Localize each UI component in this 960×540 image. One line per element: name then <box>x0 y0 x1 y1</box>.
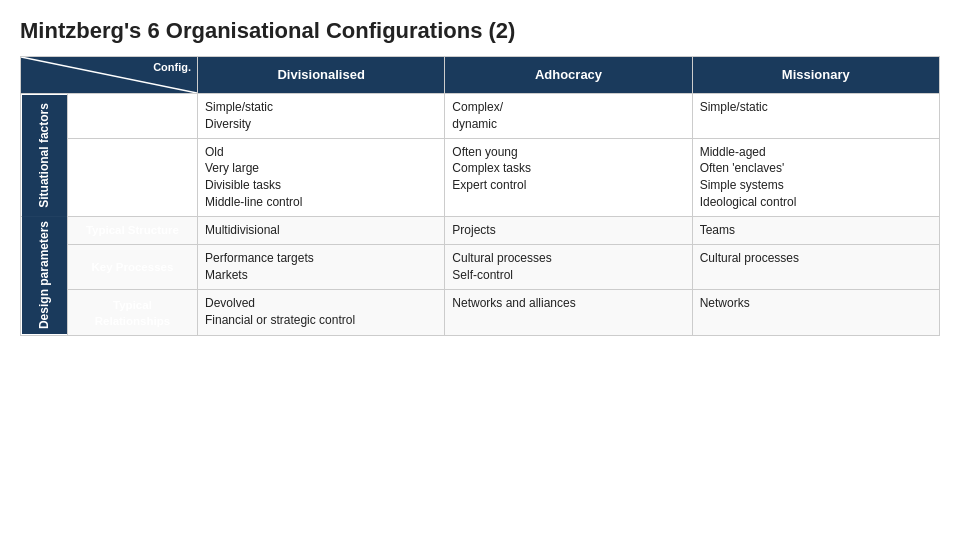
sub-label: Internal <box>67 138 197 216</box>
data-cell: Often youngComplex tasksExpert control <box>445 138 692 216</box>
data-cell: OldVery largeDivisible tasksMiddle-line … <box>198 138 445 216</box>
sub-label: Key Processes <box>67 245 197 290</box>
table-row: Key ProcessesPerformance targetsMarketsC… <box>21 245 940 290</box>
col-header-missionary: Missionary <box>692 57 939 94</box>
data-cell: Middle-agedOften 'enclaves'Simple system… <box>692 138 939 216</box>
data-cell: Performance targetsMarkets <box>198 245 445 290</box>
header-row: Config. Divisionalised Adhocracy Mission… <box>21 57 940 94</box>
data-cell: Simple/static <box>692 94 939 139</box>
table-row: Design parametersTypical StructureMultid… <box>21 216 940 244</box>
table-row: Typical RelationshipsDevolvedFinancial o… <box>21 290 940 335</box>
data-cell: Complex/dynamic <box>445 94 692 139</box>
page-title: Mintzberg's 6 Organisational Configurati… <box>20 18 515 44</box>
config-cell: Config. <box>21 57 198 94</box>
data-cell: Cultural processesSelf-control <box>445 245 692 290</box>
data-cell: Cultural processes <box>692 245 939 290</box>
main-table: Config. Divisionalised Adhocracy Mission… <box>20 56 940 336</box>
col-header-adhocracy: Adhocracy <box>445 57 692 94</box>
col-header-divisionalised: Divisionalised <box>198 57 445 94</box>
group-label-0: Situational factors <box>21 94 68 217</box>
data-cell: Projects <box>445 216 692 244</box>
data-cell: Networks and alliances <box>445 290 692 335</box>
data-cell: Networks <box>692 290 939 335</box>
sub-label: Typical Structure <box>67 216 197 244</box>
table-row: InternalOldVery largeDivisible tasksMidd… <box>21 138 940 216</box>
data-cell: Simple/staticDiversity <box>198 94 445 139</box>
sub-label: Typical Relationships <box>67 290 197 335</box>
data-cell: Multidivisional <box>198 216 445 244</box>
table-row: Situational factorsEnvironmentSimple/sta… <box>21 94 940 139</box>
sub-label: Environment <box>67 94 197 139</box>
data-cell: Teams <box>692 216 939 244</box>
group-label-1: Design parameters <box>21 216 68 335</box>
config-topleft-label: Config. <box>153 60 191 75</box>
data-cell: DevolvedFinancial or strategic control <box>198 290 445 335</box>
